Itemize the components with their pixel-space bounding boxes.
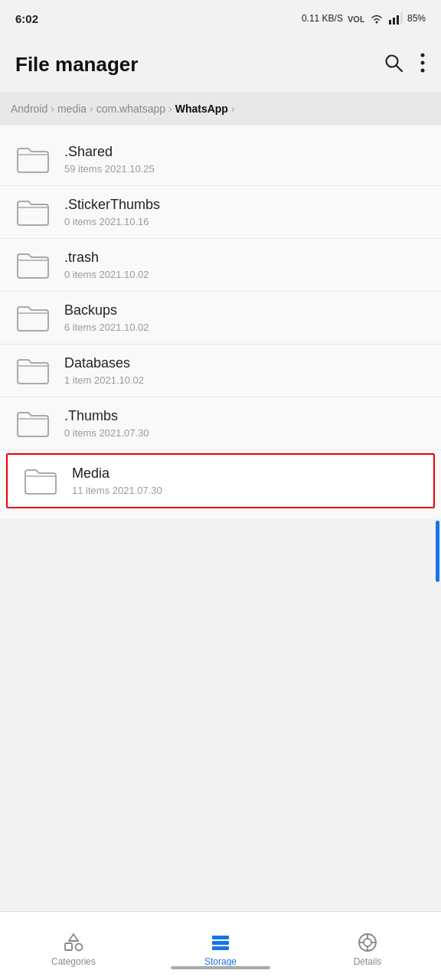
svg-point-9 [421,61,425,65]
svg-rect-15 [212,941,229,945]
more-options-icon[interactable] [420,52,426,77]
list-item[interactable]: Backups 6 items 2021.10.02 [0,292,441,345]
file-list: .Shared 59 items 2021.10.25 .StickerThum… [0,126,441,519]
breadcrumb-android[interactable]: Android [11,103,47,115]
scroll-indicator[interactable] [436,521,439,582]
file-meta: 59 items 2021.10.25 [64,163,155,175]
file-meta: 11 items 2021.07.30 [72,485,162,496]
list-item-media[interactable]: Media 11 items 2021.07.30 [6,453,435,508]
svg-point-1 [375,21,377,24]
svg-line-7 [397,66,403,72]
status-icons: 0.11 KB/S VOL 85% [302,12,426,24]
svg-point-10 [421,69,425,73]
file-meta: 0 items 2021.10.16 [64,216,160,227]
svg-rect-12 [65,943,72,950]
breadcrumb-whatsapp[interactable]: WhatsApp [175,103,228,115]
header: File manager [0,37,441,92]
folder-icon [23,466,58,496]
folder-icon [15,408,51,439]
svg-rect-3 [393,18,395,24]
svg-point-18 [364,939,371,946]
battery-level: 85% [407,13,426,24]
home-indicator [171,966,270,969]
nav-label-categories: Categories [51,956,96,967]
list-item[interactable]: Databases 1 item 2021.10.02 [0,345,441,397]
folder-icon [15,197,51,227]
file-meta: 6 items 2021.10.02 [64,322,149,333]
file-meta: 0 items 2021.07.30 [64,427,149,439]
svg-text:VOL: VOL [348,15,364,24]
file-name: Databases [64,355,144,371]
folder-icon [15,144,51,175]
list-item[interactable]: .Shared 59 items 2021.10.25 [0,133,441,186]
svg-marker-11 [69,934,78,941]
wifi-icon [369,12,384,24]
nav-item-storage[interactable]: Storage [147,926,294,967]
breadcrumb[interactable]: Android › media › com.whatsapp › WhatsAp… [0,92,441,126]
nav-label-storage: Storage [204,956,237,967]
svg-rect-4 [397,15,399,24]
svg-point-13 [76,943,83,950]
status-bar: 6:02 0.11 KB/S VOL 85% [0,0,441,37]
breadcrumb-comwhatsapp[interactable]: com.whatsapp [96,103,165,115]
list-item[interactable]: .StickerThumbs 0 items 2021.10.16 [0,186,441,239]
file-name: .Thumbs [64,408,149,424]
svg-rect-16 [212,946,229,950]
file-name: Backups [64,302,149,318]
svg-point-8 [421,54,425,57]
list-item[interactable]: .Thumbs 0 items 2021.07.30 [0,397,441,450]
bottom-nav: Categories Storage Details [0,911,441,980]
status-time: 6:02 [15,12,38,25]
data-speed: 0.11 KB/S [302,13,343,24]
header-actions [383,52,426,77]
file-name: .trash [64,250,149,266]
lte-icon: VOL [348,12,364,24]
breadcrumb-media[interactable]: media [57,103,87,115]
file-name: Media [72,466,162,482]
folder-icon [15,355,51,386]
file-name: .Shared [64,144,155,160]
svg-rect-5 [400,12,403,24]
file-meta: 1 item 2021.10.02 [64,374,144,386]
svg-rect-14 [212,936,229,939]
svg-rect-2 [389,20,391,24]
search-icon[interactable] [383,52,404,77]
list-item[interactable]: .trash 0 items 2021.10.02 [0,239,441,292]
nav-item-details[interactable]: Details [294,926,441,967]
file-name: .StickerThumbs [64,197,160,213]
nav-label-details: Details [354,956,382,967]
categories-icon [63,932,84,953]
page-title: File manager [15,53,138,77]
folder-icon [15,250,51,280]
details-icon [357,932,378,953]
nav-item-categories[interactable]: Categories [0,926,147,967]
storage-icon [210,932,231,953]
folder-icon [15,302,51,333]
signal-icon [389,12,403,24]
file-meta: 0 items 2021.10.02 [64,269,149,280]
